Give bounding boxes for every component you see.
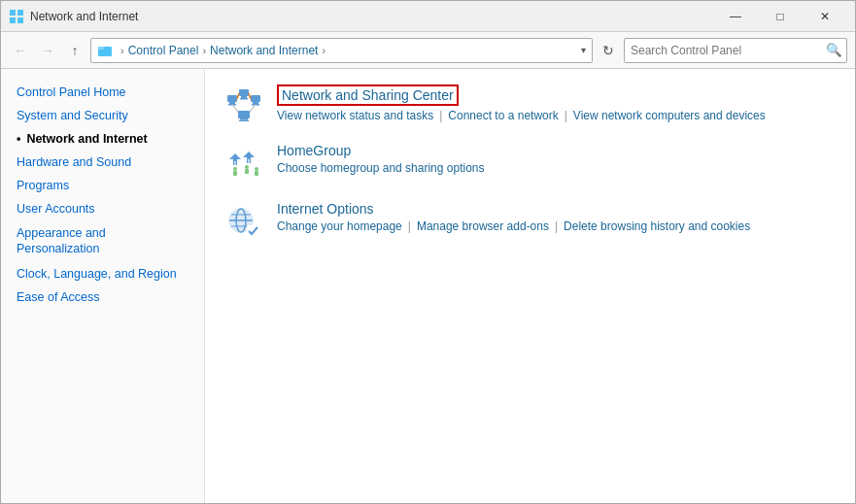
sidebar-item-clock-language-region[interactable]: Clock, Language, and Region	[1, 262, 204, 286]
internet-icon-svg	[225, 202, 262, 239]
sidebar: Control Panel Home System and Security N…	[1, 69, 205, 504]
svg-rect-23	[234, 161, 236, 165]
svg-line-16	[249, 93, 251, 99]
manage-browser-addons-link[interactable]: Manage browser add-ons	[417, 219, 549, 233]
address-bar: ← → ↑ › Control Panel › Network and Inte…	[1, 32, 855, 69]
view-network-computers-link[interactable]: View network computers and devices	[573, 109, 766, 122]
internet-options-content: Internet Options Change your homepage | …	[277, 201, 836, 233]
svg-rect-10	[241, 96, 247, 98]
internet-options-icon	[224, 201, 263, 240]
svg-rect-11	[240, 98, 248, 100]
sidebar-item-network-internet[interactable]: Network and Internet	[1, 127, 204, 151]
homegroup-icon-svg	[225, 144, 262, 181]
choose-homegroup-link[interactable]: Choose homegroup and sharing options	[277, 161, 484, 175]
breadcrumb-dropdown[interactable]: ▾	[581, 45, 586, 55]
svg-rect-0	[10, 10, 16, 16]
internet-options-links: Change your homepage | Manage browser ad…	[277, 219, 836, 233]
svg-rect-7	[229, 102, 235, 104]
svg-rect-13	[253, 102, 258, 104]
sidebar-item-programs[interactable]: Programs	[1, 174, 204, 197]
sidebar-item-appearance-personalization[interactable]: Appearance and Personalization	[1, 220, 204, 262]
homegroup-content: HomeGroup Choose homegroup and sharing o…	[277, 143, 836, 175]
delete-browsing-history-link[interactable]: Delete browsing history and cookies	[564, 219, 750, 233]
svg-rect-20	[240, 118, 248, 120]
svg-point-28	[245, 165, 249, 169]
network-sharing-center-title[interactable]: Network and Sharing Center	[277, 84, 459, 106]
sidebar-item-ease-of-access[interactable]: Ease of Access	[1, 286, 204, 309]
svg-point-30	[255, 167, 258, 171]
network-sharing-content: Network and Sharing Center View network …	[277, 84, 836, 122]
homegroup-links: Choose homegroup and sharing options	[277, 161, 836, 175]
svg-rect-25	[248, 159, 250, 163]
svg-rect-27	[233, 171, 237, 176]
up-button[interactable]: ↑	[63, 39, 86, 62]
homegroup-icon	[224, 143, 263, 182]
svg-rect-29	[245, 169, 249, 174]
section-network-sharing: Network and Sharing Center View network …	[224, 84, 836, 123]
window-title: Network and Internet	[30, 10, 713, 23]
maximize-button[interactable]: □	[758, 1, 803, 32]
sidebar-item-hardware-sound[interactable]: Hardware and Sound	[1, 151, 204, 174]
svg-rect-9	[239, 89, 249, 96]
svg-rect-1	[17, 10, 23, 16]
minimize-button[interactable]: —	[713, 1, 758, 32]
window-icon	[9, 9, 24, 24]
svg-rect-6	[227, 95, 237, 102]
forward-button[interactable]: →	[36, 39, 59, 62]
search-bar: 🔍	[624, 38, 847, 63]
breadcrumb-bar: › Control Panel › Network and Internet ›…	[90, 38, 593, 63]
svg-rect-31	[255, 171, 258, 176]
network-sharing-links: View network status and tasks | Connect …	[277, 109, 836, 122]
window-controls: — □ ✕	[713, 1, 847, 32]
internet-options-title[interactable]: Internet Options	[277, 201, 374, 217]
network-icon-svg	[225, 85, 262, 122]
back-button[interactable]: ←	[9, 39, 32, 62]
folder-icon	[97, 43, 113, 58]
svg-rect-12	[251, 95, 260, 102]
content-area: Network and Sharing Center View network …	[205, 69, 855, 504]
main-layout: Control Panel Home System and Security N…	[1, 69, 855, 504]
change-homepage-link[interactable]: Change your homepage	[277, 219, 402, 233]
svg-rect-5	[98, 47, 104, 50]
svg-point-26	[233, 167, 237, 171]
view-network-status-link[interactable]: View network status and tasks	[277, 109, 433, 122]
search-button[interactable]: 🔍	[821, 39, 846, 62]
breadcrumb-network-internet[interactable]: Network and Internet	[210, 44, 318, 57]
homegroup-title[interactable]: HomeGroup	[277, 143, 351, 158]
search-input[interactable]	[625, 44, 821, 57]
section-homegroup: HomeGroup Choose homegroup and sharing o…	[224, 143, 836, 182]
refresh-button[interactable]: ↻	[597, 39, 620, 62]
section-internet-options: Internet Options Change your homepage | …	[224, 201, 836, 240]
network-sharing-icon	[224, 84, 263, 123]
breadcrumb-control-panel[interactable]: Control Panel	[128, 44, 199, 57]
sidebar-item-user-accounts[interactable]: User Accounts	[1, 197, 204, 220]
svg-rect-3	[17, 17, 23, 23]
title-bar: Network and Internet — □ ✕	[1, 1, 855, 32]
svg-rect-21	[239, 120, 249, 122]
connect-to-network-link[interactable]: Connect to a network	[448, 109, 558, 122]
svg-rect-2	[10, 17, 16, 23]
sidebar-item-control-panel-home[interactable]: Control Panel Home	[1, 81, 204, 104]
sidebar-item-system-security[interactable]: System and Security	[1, 104, 204, 127]
close-button[interactable]: ✕	[803, 1, 847, 32]
svg-rect-19	[238, 111, 250, 118]
svg-line-15	[237, 93, 239, 99]
